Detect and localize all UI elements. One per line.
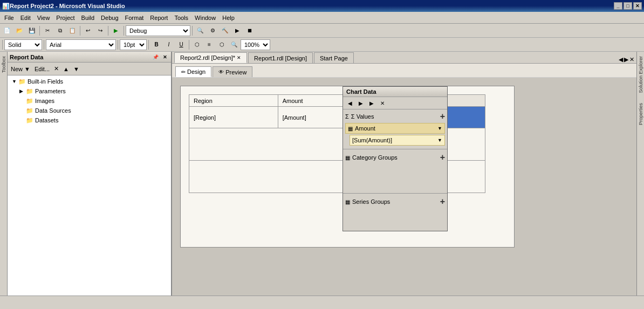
menu-debug[interactable]: Debug bbox=[98, 13, 121, 22]
value-dropdown-arrow[interactable]: ▼ bbox=[437, 126, 442, 131]
paste-button[interactable]: 📋 bbox=[66, 25, 78, 37]
report-data-tree: ▼ 📁 Built-in Fields ▶ 📁 Parameters 📁 Ima… bbox=[8, 75, 171, 296]
separator-9 bbox=[189, 40, 189, 50]
move-up-btn[interactable]: ▲ bbox=[62, 65, 70, 73]
tab-report1[interactable]: Report1.rdl [Design] bbox=[248, 52, 313, 63]
bold-button[interactable]: B bbox=[150, 39, 162, 51]
cell-region[interactable]: [Region] bbox=[189, 107, 278, 128]
tree-toggle-builtin[interactable]: ▼ bbox=[12, 79, 17, 84]
toolbox-label[interactable]: Toolbox bbox=[1, 54, 7, 75]
cd-toolbar-btn2[interactable]: ▶ bbox=[356, 98, 366, 108]
new-dropdown-btn[interactable]: New ▼ bbox=[10, 65, 31, 73]
subtab-design[interactable]: ✏ Design bbox=[175, 66, 211, 77]
move-down-btn[interactable]: ▼ bbox=[72, 65, 80, 73]
align-right-button[interactable]: ⬡ bbox=[216, 39, 228, 51]
cd-sep-1 bbox=[343, 149, 447, 149]
close-button[interactable]: ✕ bbox=[633, 2, 642, 10]
align-center-button[interactable]: ≡ bbox=[203, 39, 215, 51]
series-drop-zone bbox=[345, 208, 445, 230]
header-region: Region bbox=[189, 95, 278, 107]
title-bar-controls[interactable]: _ □ ✕ bbox=[614, 2, 642, 10]
zoom-select[interactable]: 100% bbox=[241, 39, 270, 50]
underline-button[interactable]: U bbox=[175, 39, 187, 51]
tree-label-params: Parameters bbox=[35, 88, 66, 94]
new-button[interactable]: 📄 bbox=[1, 25, 13, 37]
edit-btn[interactable]: Edit... bbox=[33, 65, 51, 73]
properties-label[interactable]: Properties bbox=[638, 101, 644, 127]
debug-mode-dropdown[interactable]: Debug bbox=[126, 25, 190, 36]
border-style-dropdown[interactable]: Solid bbox=[4, 39, 42, 50]
design-icon: ✏ bbox=[181, 69, 186, 75]
folder-icon-datasets: 📁 bbox=[26, 117, 33, 124]
chart-value-amount[interactable]: ▦ Amount ▼ bbox=[345, 123, 445, 134]
subtab-preview[interactable]: 👁 Preview bbox=[213, 66, 252, 77]
tab-report2[interactable]: Report2.rdl [Design]* ✕ bbox=[174, 52, 247, 63]
menu-edit[interactable]: Edit bbox=[17, 13, 34, 22]
start-button[interactable]: ▶ bbox=[110, 25, 122, 37]
chart-value-sum[interactable]: [Sum(Amount)] ▼ bbox=[350, 135, 445, 146]
tree-item-parameters[interactable]: ▶ 📁 Parameters bbox=[8, 86, 171, 96]
menu-project[interactable]: Project bbox=[53, 13, 78, 22]
chart-data-toolbar: ◀ ▶ ▶ ✕ bbox=[343, 97, 447, 109]
menu-report[interactable]: Report bbox=[147, 13, 171, 22]
open-button[interactable]: 📂 bbox=[13, 25, 25, 37]
report-canvas[interactable]: Region Amount [Region] [Amount] bbox=[172, 78, 636, 296]
minimize-button[interactable]: _ bbox=[614, 2, 622, 10]
chart-category-section: ▦ Category Groups + bbox=[343, 150, 447, 192]
panel-pin-btn[interactable]: 📌 bbox=[151, 54, 160, 60]
panel-close-btn[interactable]: ✕ bbox=[161, 54, 169, 60]
cd-toolbar-btn3[interactable]: ▶ bbox=[367, 98, 376, 108]
folder-icon-params: 📁 bbox=[26, 88, 33, 95]
menu-tools[interactable]: Tools bbox=[171, 13, 191, 22]
copy-button[interactable]: ⧉ bbox=[54, 25, 66, 37]
delete-btn[interactable]: ✕ bbox=[53, 65, 60, 73]
toolbar-btn-b[interactable]: ⚙ bbox=[207, 25, 218, 37]
tree-item-builtin[interactable]: ▼ 📁 Built-in Fields bbox=[8, 77, 171, 86]
right-panel: Solution Explorer Properties bbox=[636, 52, 644, 296]
tree-item-datasources[interactable]: 📁 Data Sources bbox=[8, 106, 171, 115]
add-value-btn[interactable]: + bbox=[440, 112, 445, 121]
tab-nav-left[interactable]: ◀ bbox=[619, 56, 623, 63]
tab-startpage[interactable]: Start Page bbox=[314, 52, 354, 63]
sum-dropdown-arrow[interactable]: ▼ bbox=[437, 138, 442, 143]
save-button[interactable]: 💾 bbox=[26, 25, 38, 37]
folder-icon-builtin: 📁 bbox=[18, 78, 26, 85]
add-series-btn[interactable]: + bbox=[440, 197, 445, 207]
tree-toggle-params[interactable]: ▶ bbox=[19, 88, 25, 94]
italic-button[interactable]: I bbox=[163, 39, 175, 51]
report-data-toolbar: New ▼ Edit... ✕ ▲ ▼ bbox=[8, 63, 171, 75]
menu-file[interactable]: File bbox=[1, 13, 17, 22]
tab-nav-right[interactable]: ▶ bbox=[624, 56, 628, 63]
zoom-dropdown-btn[interactable]: 🔍 bbox=[228, 39, 240, 51]
menu-build[interactable]: Build bbox=[78, 13, 98, 22]
redo-button[interactable]: ↪ bbox=[94, 25, 106, 37]
menu-window[interactable]: Window bbox=[191, 13, 219, 22]
menu-help[interactable]: Help bbox=[219, 13, 238, 22]
tree-label-builtin: Built-in Fields bbox=[28, 78, 63, 85]
toolbar-btn-d[interactable]: ▶ bbox=[231, 25, 243, 37]
font-dropdown[interactable]: Arial bbox=[46, 39, 116, 50]
restore-button[interactable]: □ bbox=[624, 2, 632, 10]
undo-button[interactable]: ↩ bbox=[82, 25, 94, 37]
menu-format[interactable]: Format bbox=[122, 13, 147, 22]
cut-button[interactable]: ✂ bbox=[42, 25, 53, 37]
tree-item-datasets[interactable]: 📁 Datasets bbox=[8, 115, 171, 125]
cd-toolbar-btn4[interactable]: ✕ bbox=[378, 98, 387, 108]
sep-left bbox=[2, 40, 3, 50]
solution-explorer-label[interactable]: Solution Explorer bbox=[638, 54, 644, 95]
menu-view[interactable]: View bbox=[34, 13, 53, 22]
fontsize-dropdown[interactable]: 10pt bbox=[120, 39, 147, 50]
toolbar-btn-e[interactable]: ⏹ bbox=[244, 25, 256, 37]
add-category-btn[interactable]: + bbox=[440, 153, 445, 162]
preview-icon: 👁 bbox=[218, 69, 224, 75]
toolbar-btn-a[interactable]: 🔍 bbox=[194, 25, 206, 37]
toolbox-strip[interactable]: Toolbox bbox=[0, 52, 8, 296]
tree-item-images[interactable]: 📁 Images bbox=[8, 96, 171, 106]
align-left-button[interactable]: ⬡ bbox=[191, 39, 203, 51]
subtab-preview-label: Preview bbox=[225, 69, 246, 75]
cd-toolbar-btn1[interactable]: ◀ bbox=[345, 98, 355, 108]
toolbar-btn-c[interactable]: 🔨 bbox=[219, 25, 231, 37]
tab-report2-close[interactable]: ✕ bbox=[237, 55, 241, 60]
tab-close-all[interactable]: ✕ bbox=[629, 56, 634, 63]
separator-3 bbox=[108, 26, 108, 36]
